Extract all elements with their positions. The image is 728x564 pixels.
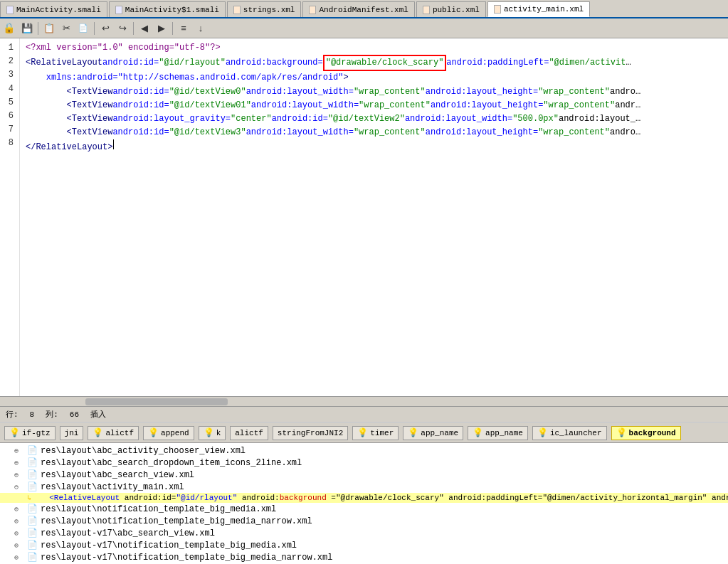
tree-item-highlighted-row[interactable]: ↳ <RelativeLayout android:id="@id/rlayou… (0, 493, 728, 503)
bulb-icon: 💡 (408, 427, 418, 438)
bulb-icon: 💡 (616, 427, 627, 438)
tree-item-label: res\layout\notification_template_big_med… (41, 516, 312, 526)
tab-strings-xml[interactable]: strings.xml (227, 1, 302, 17)
copy-button[interactable]: 📋 (41, 21, 57, 36)
xml-file-icon (309, 6, 316, 14)
file-icon: 📄 (27, 504, 38, 514)
forward-button[interactable]: ▶ (154, 21, 169, 36)
file-icon: 📄 (27, 516, 38, 526)
separator (133, 22, 134, 35)
status-bar: 行: 8 列: 66 插入 (0, 406, 728, 422)
tab-mainactivity-smali[interactable]: MainActivity.smali (0, 1, 107, 17)
expand-icon: ⊕ (14, 529, 24, 538)
row-label: 行: (6, 409, 19, 420)
tag-background[interactable]: 💡 background (611, 426, 681, 440)
bulb-icon: 💡 (204, 427, 214, 438)
tree-item-label: res\layout-v17\notification_template_big… (41, 541, 297, 550)
redo-button[interactable]: ↪ (115, 21, 130, 36)
bulb-icon: 💡 (357, 427, 368, 438)
code-editor[interactable]: <?xml version="1.0" encoding="utf-8"?> <… (20, 38, 728, 396)
expand-icon: ⊕ (14, 447, 24, 455)
bulb-icon: 💡 (9, 427, 20, 438)
main-window: MainActivity.smali MainActivity$1.smali … (0, 0, 728, 564)
code-line-2: <RelativeLayout android:id= "@id/rlayout… (26, 55, 722, 71)
tree-item-abc-activity[interactable]: ⊕ 📄 res\layout\abc_activity_chooser_view… (0, 445, 728, 457)
expand-icon: ↳ (27, 494, 37, 502)
editor-container: 1 2 3 4 5 6 7 8 <?xml version="1.0" enco… (0, 38, 728, 422)
expand-icon: ⊕ (14, 541, 24, 550)
tag-alictf-2[interactable]: alictf (230, 426, 268, 440)
code-line-3: xmlns:android= "http://schemas.android.c… (26, 71, 722, 85)
smali-file-icon (115, 6, 122, 14)
tab-activity-main-xml[interactable]: activity_main.xml (487, 1, 590, 17)
expand-icon: ⊕ (14, 505, 24, 514)
tree-item-label: res\layout-v17\notification_template_big… (41, 553, 332, 563)
file-icon: 📄 (27, 469, 38, 480)
expand-icon: ⊕ (14, 459, 24, 467)
down-button[interactable]: ↓ (193, 21, 209, 36)
horizontal-scrollbar[interactable] (0, 396, 728, 406)
tag-bar: 💡 if-gtz jni 💡 alictf 💡 append 💡 k alict… (0, 423, 728, 443)
expand-icon: ⊕ (14, 471, 24, 479)
tree-item-layout-v17-abc[interactable]: ⊕ 📄 res\layout-v17\abc_search_view.xml (0, 527, 728, 539)
paste-button[interactable]: 📄 (75, 21, 91, 36)
code-line-8: </RelativeLayout> (26, 139, 722, 154)
file-icon: 📄 (27, 445, 38, 456)
highlight-background-value: "@drawable/clock_scary" (323, 55, 447, 71)
cursor (113, 139, 114, 149)
xml-file-icon (494, 5, 501, 14)
tree-item-abc-search-view[interactable]: ⊕ 📄 res\layout\abc_search_view.xml (0, 469, 728, 481)
bottom-panel: 💡 if-gtz jni 💡 alictf 💡 append 💡 k alict… (0, 422, 728, 564)
tag-if-gtz[interactable]: 💡 if-gtz (4, 426, 56, 440)
bulb-icon: 💡 (148, 427, 159, 438)
tree-item-notification-big-media-narrow[interactable]: ⊕ 📄 res\layout\notification_template_big… (0, 515, 728, 527)
cut-button[interactable]: ✂ (58, 21, 74, 36)
bulb-icon: 💡 (537, 427, 548, 438)
tag-jni[interactable]: jni (60, 426, 84, 440)
tag-app-name-2[interactable]: 💡 app_name (468, 426, 528, 440)
file-tree[interactable]: ⊕ 📄 res\layout\abc_activity_chooser_view… (0, 443, 728, 564)
file-icon: 📄 (27, 457, 38, 468)
tree-item-notification-big-media[interactable]: ⊕ 📄 res\layout\notification_template_big… (0, 503, 728, 515)
tree-item-layout-v17-notification[interactable]: ⊕ 📄 res\layout-v17\notification_template… (0, 539, 728, 551)
expand-icon: ⊕ (14, 517, 24, 526)
tree-item-label: res\layout\abc_search_dropdown_item_icon… (41, 458, 302, 468)
separator (172, 22, 173, 35)
bulb-icon: 💡 (473, 427, 483, 438)
file-icon: 📄 (27, 481, 38, 492)
code-line-4: <TextView android:id= "@id/textView0" an… (26, 85, 722, 99)
col-value: 66 (70, 410, 79, 419)
tab-bar: MainActivity.smali MainActivity$1.smali … (0, 0, 728, 18)
tag-k[interactable]: 💡 k (199, 426, 226, 440)
tag-append[interactable]: 💡 append (143, 426, 194, 440)
undo-button[interactable]: ↩ (97, 21, 113, 36)
tab-public-xml[interactable]: public.xml (416, 1, 486, 17)
col-label: 列: (46, 409, 58, 420)
code-line-5: <TextView android:id= "@id/textView01" a… (26, 99, 722, 112)
tree-item-activity-main[interactable]: ⊖ 📄 res\layout\activity_main.xml (0, 481, 728, 493)
file-icon: 📄 (27, 528, 38, 538)
editor-main: 1 2 3 4 5 6 7 8 <?xml version="1.0" enco… (0, 38, 728, 396)
tag-app-name-1[interactable]: 💡 app_name (403, 426, 463, 440)
tag-ic-launcher[interactable]: 💡 ic_launcher (532, 426, 607, 440)
back-button[interactable]: ◀ (137, 21, 152, 36)
editor-toolbar: 🔒 💾 📋 ✂ 📄 ↩ ↪ ◀ ▶ ≡ ↓ (0, 18, 728, 38)
code-line-7: <TextView android:id= "@id/textView3" an… (26, 126, 722, 139)
save-button[interactable]: 💾 (19, 21, 35, 36)
file-icon: 📄 (27, 540, 38, 550)
tab-mainactivity1-smali[interactable]: MainActivity$1.smali (109, 1, 226, 17)
tree-item-label: res\layout-v17\abc_search_view.xml (41, 528, 215, 538)
tree-item-label: res\layout\abc_search_view.xml (41, 470, 194, 480)
tag-timer[interactable]: 💡 timer (352, 426, 399, 440)
tree-item-layout-v17-notification-narrow[interactable]: ⊕ 📄 res\layout-v17\notification_template… (0, 551, 728, 563)
edit-mode: 插入 (90, 409, 106, 420)
tag-stringfromjni2[interactable]: stringFromJNI2 (273, 426, 348, 440)
tree-item-abc-search-dropdown[interactable]: ⊕ 📄 res\layout\abc_search_dropdown_item_… (0, 457, 728, 469)
row-value: 8 (30, 410, 35, 419)
format-button[interactable]: ≡ (176, 21, 191, 36)
tag-alictf-1[interactable]: 💡 alictf (88, 426, 139, 440)
code-line-6: <TextView android:layout_gravity= "cente… (26, 112, 722, 126)
tab-androidmanifest-xml[interactable]: AndroidManifest.xml (302, 1, 414, 17)
xml-file-icon (233, 6, 241, 14)
bulb-icon: 💡 (93, 427, 103, 438)
